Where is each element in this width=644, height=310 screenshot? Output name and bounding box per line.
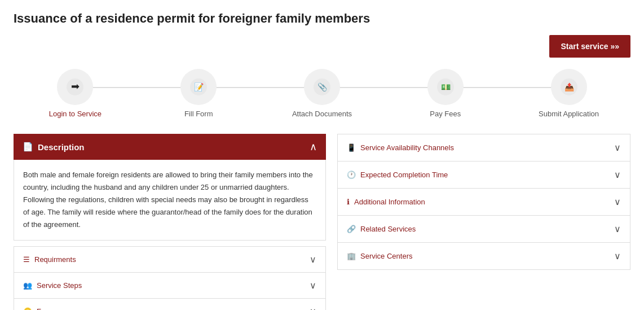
centers-chevron: ∨ bbox=[614, 251, 621, 261]
svg-text:📎: 📎 bbox=[317, 82, 327, 92]
step-submit-circle: 📤 bbox=[551, 69, 587, 105]
description-header[interactable]: 📄 Description ∧ bbox=[14, 134, 326, 160]
svg-text:➡: ➡ bbox=[71, 81, 80, 92]
related-label: Related Services bbox=[360, 225, 416, 233]
step-submit-label: Submit Application bbox=[539, 110, 599, 118]
related-icon: 🔗 bbox=[347, 225, 356, 233]
accordion-related[interactable]: 🔗 Related Services ∨ bbox=[337, 215, 630, 242]
completion-label: Expected Completion Time bbox=[360, 171, 448, 179]
related-chevron: ∨ bbox=[614, 224, 621, 234]
step-attach[interactable]: 📎 Attach Documents bbox=[261, 69, 384, 118]
requirements-icon: ☰ bbox=[23, 255, 30, 264]
accordion-service-steps[interactable]: 👥 Service Steps ∨ bbox=[14, 273, 326, 299]
accordion-completion-time[interactable]: 🕐 Expected Completion Time ∨ bbox=[337, 161, 630, 188]
fees-chevron: ∨ bbox=[310, 306, 316, 310]
service-steps-icon: 👥 bbox=[23, 281, 32, 290]
additional-chevron: ∨ bbox=[614, 197, 621, 207]
step-fill[interactable]: 📝 Fill Form bbox=[137, 69, 261, 118]
svg-text:💵: 💵 bbox=[440, 82, 451, 92]
fees-label: Fees bbox=[37, 307, 53, 310]
step-login-label: Login to Service bbox=[49, 110, 102, 118]
step-pay[interactable]: 💵 Pay Fees bbox=[383, 69, 507, 118]
service-steps-label: Service Steps bbox=[37, 281, 82, 290]
start-service-button[interactable]: Start service »» bbox=[549, 35, 630, 58]
main-layout: 📄 Description ∧ Both male and female for… bbox=[14, 134, 630, 310]
step-fill-circle: 📝 bbox=[180, 69, 217, 105]
additional-icon: ℹ bbox=[347, 198, 350, 206]
accordion-fees[interactable]: 🪙 Fees ∨ bbox=[14, 299, 326, 310]
fees-icon: 🪙 bbox=[23, 307, 32, 310]
step-pay-label: Pay Fees bbox=[430, 110, 461, 118]
centers-label: Service Centers bbox=[360, 252, 412, 260]
step-login[interactable]: ➡ Login to Service bbox=[14, 69, 137, 118]
description-chevron-up: ∧ bbox=[310, 141, 317, 153]
requirements-label: Requirments bbox=[34, 255, 76, 264]
accordion-additional[interactable]: ℹ Additional Information ∨ bbox=[337, 188, 630, 215]
step-attach-circle: 📎 bbox=[304, 69, 340, 105]
accordion-requirements[interactable]: ☰ Requirments ∨ bbox=[14, 246, 326, 273]
service-steps-chevron: ∨ bbox=[310, 280, 316, 291]
page-title: Issuance of a residence permit for forei… bbox=[14, 11, 630, 26]
step-login-circle: ➡ bbox=[57, 69, 93, 105]
availability-label: Service Availability Channels bbox=[360, 143, 454, 152]
svg-text:📝: 📝 bbox=[194, 82, 204, 92]
step-pay-circle: 💵 bbox=[427, 69, 464, 105]
availability-icon: 📱 bbox=[347, 143, 356, 152]
completion-chevron: ∨ bbox=[614, 169, 621, 180]
description-icon: 📄 bbox=[23, 142, 33, 152]
availability-chevron: ∨ bbox=[614, 142, 621, 153]
step-attach-label: Attach Documents bbox=[292, 110, 352, 118]
step-fill-label: Fill Form bbox=[184, 110, 213, 118]
svg-text:📤: 📤 bbox=[564, 82, 574, 92]
step-submit[interactable]: 📤 Submit Application bbox=[507, 69, 630, 118]
additional-label: Additional Information bbox=[354, 198, 425, 206]
right-panel: 📱 Service Availability Channels ∨ 🕐 Expe… bbox=[337, 134, 630, 310]
centers-icon: 🏢 bbox=[347, 252, 356, 260]
description-content: Both male and female foreign residents a… bbox=[14, 160, 326, 241]
accordion-availability[interactable]: 📱 Service Availability Channels ∨ bbox=[337, 134, 630, 161]
accordion-centers[interactable]: 🏢 Service Centers ∨ bbox=[337, 242, 630, 270]
requirements-chevron: ∨ bbox=[310, 254, 316, 265]
completion-icon: 🕐 bbox=[347, 171, 356, 179]
description-title: Description bbox=[38, 142, 85, 152]
steps-row: ➡ Login to Service 📝 Fill Form 📎 bbox=[14, 69, 630, 118]
left-accordions: ☰ Requirments ∨ 👥 Service Steps ∨ 🪙 bbox=[14, 246, 326, 310]
left-panel: 📄 Description ∧ Both male and female for… bbox=[14, 134, 326, 310]
